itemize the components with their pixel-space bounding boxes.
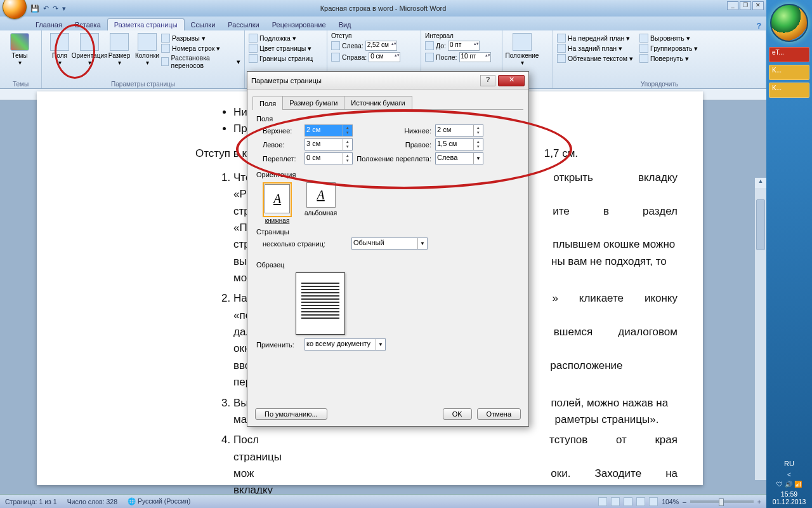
margins-button[interactable]: Поля▾ xyxy=(46,32,74,70)
dialog-title: Параметры страницы xyxy=(251,77,480,84)
indent-left-input[interactable]: 2,52 см xyxy=(365,41,397,51)
windows-taskbar: eT... K... K... RU < 🛡 🔊 📶 15:59 01.12.2… xyxy=(766,0,812,508)
indent-left-icon xyxy=(331,41,340,50)
clock-date: 01.12.2013 xyxy=(769,498,809,505)
office-button[interactable] xyxy=(3,0,27,19)
clock-time: 15:59 xyxy=(769,490,809,498)
language-indicator: RU xyxy=(769,460,809,467)
indent-label: Отступ xyxy=(331,32,417,40)
tab-references[interactable]: Ссылки xyxy=(185,19,222,30)
status-language[interactable]: 🌐 Русский (Россия) xyxy=(128,497,190,505)
status-bar: Страница: 1 из 1 Число слов: 328 🌐 Русск… xyxy=(0,494,766,508)
dialog-tabs: Поля Размер бумаги Источник бумаги xyxy=(252,96,523,110)
redo-icon: ↷ xyxy=(53,4,58,13)
margin-bottom-input[interactable]: 2 см▴▾ xyxy=(435,124,483,137)
group-label-arrange: Упорядочить xyxy=(553,81,766,88)
group-button[interactable]: Группировать ▾ xyxy=(639,43,698,53)
pagecolor-button[interactable]: Цвет страницы ▾ xyxy=(249,43,323,53)
text-wrap-button[interactable]: Обтекание текстом ▾ xyxy=(557,53,633,64)
orientation-portrait[interactable]: Aкнижная xyxy=(263,182,292,224)
linenumbers-button[interactable]: Номера строк ▾ xyxy=(161,43,240,53)
margin-top-input[interactable]: 2 см▴▾ xyxy=(304,124,353,137)
bring-front-button[interactable]: На передний план ▾ xyxy=(557,33,633,43)
system-tray[interactable]: RU < 🛡 🔊 📶 15:59 01.12.2013 xyxy=(766,457,812,508)
ribbon-tabs: Главная Вставка Разметка страницы Ссылки… xyxy=(0,17,766,30)
tab-mailings[interactable]: Рассылки xyxy=(221,19,265,30)
dialog-tab-paper[interactable]: Размер бумаги xyxy=(282,96,344,109)
orientation-button[interactable]: Ориентация▾ xyxy=(74,32,105,70)
size-button[interactable]: Размер▾ xyxy=(105,32,133,70)
save-icon: 💾 xyxy=(30,4,39,13)
preview-icon xyxy=(296,272,345,335)
preview-label: Образец xyxy=(256,261,520,269)
view-printlayout-icon[interactable] xyxy=(598,497,607,506)
view-draft-icon[interactable] xyxy=(649,497,658,506)
tab-review[interactable]: Рецензирование xyxy=(266,19,332,30)
group-label-themes: Темы xyxy=(0,81,41,88)
gutter-position-select[interactable]: Слева▼ xyxy=(435,152,483,164)
spacing-label: Интервал xyxy=(425,32,498,40)
pageborders-button[interactable]: Границы страниц xyxy=(249,53,323,64)
zoom-out-button[interactable]: – xyxy=(683,498,686,505)
quick-access-toolbar[interactable]: 💾↶↷▾ xyxy=(30,4,66,13)
dialog-help-button[interactable]: ? xyxy=(480,75,495,86)
dialog-tab-source[interactable]: Источник бумаги xyxy=(344,96,412,109)
hyphenation-button[interactable]: Расстановка переносов ▾ xyxy=(161,53,240,70)
align-button[interactable]: Выровнять ▾ xyxy=(639,33,698,43)
send-back-button[interactable]: На задний план ▾ xyxy=(557,43,633,53)
margin-left-input[interactable]: 3 см▴▾ xyxy=(304,138,353,150)
zoom-value[interactable]: 104% xyxy=(662,498,679,505)
position-button[interactable]: Положение▾ xyxy=(506,32,538,66)
breaks-button[interactable]: Разрывы ▾ xyxy=(161,33,240,43)
apply-to-select[interactable]: ко всему документу▼ xyxy=(304,338,386,351)
margin-right-input[interactable]: 1,5 см▴▾ xyxy=(435,138,483,150)
orientation-landscape[interactable]: Aальбомная xyxy=(304,182,337,224)
tab-pagelayout[interactable]: Разметка страницы xyxy=(107,18,185,30)
spacing-after-icon xyxy=(425,53,434,62)
tab-insert[interactable]: Вставка xyxy=(69,19,107,30)
status-words[interactable]: Число слов: 328 xyxy=(67,498,117,505)
multiple-pages-select[interactable]: Обычный▼ xyxy=(351,237,428,250)
tab-view[interactable]: Вид xyxy=(332,19,358,30)
spacing-before-input[interactable]: 0 пт xyxy=(448,41,480,51)
indent-right-icon xyxy=(331,53,340,62)
zoom-slider[interactable] xyxy=(690,500,754,503)
view-outline-icon[interactable] xyxy=(636,497,645,506)
indent-right-input[interactable]: 0 см xyxy=(369,52,400,62)
spacing-before-icon xyxy=(425,41,434,50)
window-title: Красная строка в word - Microsoft Word xyxy=(0,4,766,12)
taskbar-item[interactable]: K... xyxy=(769,83,809,98)
ok-button[interactable]: OK xyxy=(443,408,472,420)
pages-label: Страницы xyxy=(256,228,520,236)
orientation-label: Ориентация xyxy=(256,171,520,178)
zoom-in-button[interactable]: + xyxy=(757,498,761,505)
gutter-input[interactable]: 0 см▴▾ xyxy=(304,152,353,164)
spacing-after-input[interactable]: 10 пт xyxy=(459,52,491,62)
view-web-icon[interactable] xyxy=(624,497,632,506)
help-icon[interactable]: ? xyxy=(757,22,761,30)
default-button[interactable]: По умолчанию... xyxy=(255,408,327,420)
group-label-page: Параметры страницы xyxy=(42,81,244,88)
watermark-button[interactable]: Подложка ▾ xyxy=(249,33,323,43)
cancel-button[interactable]: Отмена xyxy=(477,408,521,420)
start-button[interactable] xyxy=(770,4,808,42)
columns-button[interactable]: Колонки▾ xyxy=(133,32,161,70)
close-button[interactable]: ✕ xyxy=(752,1,764,10)
dialog-close-button[interactable]: ✕ xyxy=(498,75,525,86)
status-page[interactable]: Страница: 1 из 1 xyxy=(5,498,57,505)
maximize-button[interactable]: ❐ xyxy=(740,1,751,10)
margins-section-label: Поля xyxy=(256,115,520,123)
view-reading-icon[interactable] xyxy=(611,497,620,506)
dialog-tab-margins[interactable]: Поля xyxy=(252,97,283,110)
taskbar-item[interactable]: K... xyxy=(769,65,809,80)
rotate-button[interactable]: Повернуть ▾ xyxy=(639,53,698,64)
page-setup-dialog: Параметры страницы ? ✕ Поля Размер бумаг… xyxy=(247,71,529,427)
tray-arrow-icon: < xyxy=(769,471,809,478)
themes-button[interactable]: Темы▾ xyxy=(4,32,36,66)
minimize-button[interactable]: _ xyxy=(727,1,738,10)
undo-icon: ↶ xyxy=(43,4,49,13)
tab-home[interactable]: Главная xyxy=(29,19,69,30)
taskbar-item[interactable]: eT... xyxy=(769,47,809,62)
vertical-scrollbar[interactable]: ▲ xyxy=(755,178,766,480)
title-bar: 💾↶↷▾ Красная строка в word - Microsoft W… xyxy=(0,0,766,17)
